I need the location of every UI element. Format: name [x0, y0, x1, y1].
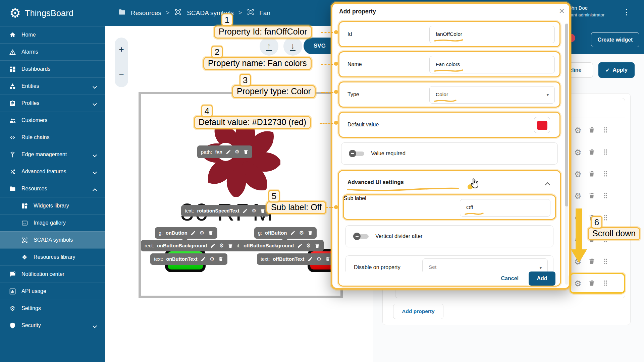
row-delete-trash-icon[interactable]: [588, 148, 595, 157]
dashboards-icon: [9, 65, 16, 73]
element-badge-off-button-group[interactable]: g:offButton ⚙: [254, 227, 317, 239]
annotation-connector-dot: [334, 90, 338, 94]
name-label: Name: [347, 61, 362, 67]
value-required-toggle[interactable]: [349, 149, 366, 158]
dialog-title: Add property: [339, 8, 376, 15]
rule-chains-icon: [9, 134, 16, 141]
sidebar-item-profiles[interactable]: Profiles: [0, 95, 105, 112]
row-drag-handle-icon[interactable]: [602, 126, 609, 135]
sidebar-item-alarms[interactable]: Alarms: [0, 43, 105, 60]
breadcrumb-resources[interactable]: Resources: [131, 9, 161, 17]
row-drag-handle-icon[interactable]: [602, 214, 609, 223]
row-settings-gear-icon[interactable]: ⚙: [574, 192, 582, 200]
sidebar: ⚙ ThingsBoard Home Alarms Dashboards Ent…: [0, 0, 105, 362]
delete-trash-icon[interactable]: [325, 256, 330, 262]
row-delete-trash-icon[interactable]: [588, 192, 595, 200]
sidebar-item-api-usage[interactable]: API usage: [0, 283, 105, 300]
delete-trash-icon[interactable]: [243, 149, 249, 155]
settings-gear-icon[interactable]: ⚙: [219, 243, 224, 249]
kebab-menu-icon[interactable]: ⋮: [623, 7, 631, 17]
row-delete-trash-icon[interactable]: [588, 126, 595, 135]
canvas-zoom-control[interactable]: + −: [115, 38, 128, 87]
settings-gear-icon[interactable]: ⚙: [251, 208, 257, 214]
edit-pencil-icon[interactable]: [201, 256, 206, 262]
row-drag-handle-icon[interactable]: [602, 192, 609, 200]
delete-trash-icon[interactable]: [307, 230, 313, 236]
settings-gear-icon[interactable]: ⚙: [316, 256, 322, 262]
add-button[interactable]: Add: [529, 272, 555, 286]
row-delete-trash-icon[interactable]: [588, 170, 595, 179]
row-settings-gear-icon[interactable]: ⚙: [574, 170, 582, 178]
row-drag-handle-icon[interactable]: [602, 170, 609, 179]
sidebar-item-home[interactable]: Home: [0, 26, 105, 43]
element-badge-rotation-speed-text[interactable]: text:rotationSpeedText ⚙: [181, 205, 269, 217]
row-settings-gear-icon[interactable]: ⚙: [574, 126, 582, 134]
delete-trash-icon[interactable]: [218, 256, 224, 262]
element-badge-on-button-group[interactable]: g:onButton ⚙: [155, 227, 217, 239]
element-badge-fan[interactable]: path:fan ⚙: [197, 145, 252, 158]
sidebar-item-resources-library[interactable]: ❖Resources library: [0, 248, 105, 265]
zoom-out-button[interactable]: −: [115, 70, 128, 80]
sidebar-item-resources[interactable]: Resources: [0, 180, 105, 197]
sidebar-item-security[interactable]: Security: [0, 317, 105, 334]
row-settings-gear-icon[interactable]: ⚙: [574, 148, 582, 157]
sidebar-item-edge-management[interactable]: Edge management: [0, 146, 105, 163]
sub-label-input[interactable]: Off: [460, 199, 550, 217]
edit-pencil-icon[interactable]: [225, 149, 231, 155]
edit-pencil-icon[interactable]: [297, 243, 303, 249]
scrollbar-thumb[interactable]: [565, 24, 568, 206]
element-badge-off-button-background[interactable]: rect:offButtonBackground ⚙: [227, 240, 324, 251]
dialog-scrollbar[interactable]: [565, 23, 568, 285]
delete-trash-icon[interactable]: [208, 230, 214, 236]
row-drag-handle-icon[interactable]: [602, 258, 609, 266]
edit-pencil-icon[interactable]: [290, 230, 296, 236]
sidebar-item-advanced-features[interactable]: Advanced features: [0, 163, 105, 180]
collapse-chevron-icon[interactable]: [545, 182, 550, 188]
sidebar-item-rule-chains[interactable]: Rule chains: [0, 129, 105, 146]
delete-trash-icon[interactable]: [314, 243, 320, 249]
apply-button[interactable]: ✓ Apply: [598, 62, 635, 78]
download-button[interactable]: ↓: [283, 37, 302, 56]
upload-button[interactable]: ↑: [260, 37, 278, 56]
select-arrow-icon: ▼: [546, 93, 550, 97]
vertical-divider-toggle[interactable]: [353, 232, 371, 240]
settings-gear-icon[interactable]: ⚙: [234, 149, 240, 155]
customers-icon: [9, 117, 16, 124]
sidebar-item-customers[interactable]: Customers: [0, 112, 105, 129]
delete-trash-icon[interactable]: [260, 208, 266, 214]
sidebar-item-image-gallery[interactable]: Image gallery: [0, 214, 105, 231]
name-input[interactable]: Fan colors: [429, 56, 555, 73]
edit-pencil-icon[interactable]: [191, 230, 196, 236]
zoom-in-button[interactable]: +: [115, 44, 128, 55]
id-input[interactable]: fanOffColor: [429, 26, 555, 43]
settings-gear-icon[interactable]: ⚙: [209, 256, 215, 262]
sidebar-item-entities[interactable]: Entities: [0, 77, 105, 95]
color-swatch-button[interactable]: [534, 117, 550, 133]
value-required-row: Value required: [341, 142, 558, 165]
type-select[interactable]: Color ▼: [429, 86, 555, 104]
close-icon[interactable]: ×: [559, 6, 565, 16]
sidebar-item-notification-center[interactable]: Notification center: [0, 265, 105, 283]
cancel-button[interactable]: Cancel: [501, 276, 519, 282]
add-property-button[interactable]: Add property: [393, 304, 443, 319]
type-field-row: Type Color ▼: [338, 81, 560, 108]
create-widget-button[interactable]: Create widget: [591, 32, 639, 47]
element-badge-on-button-text[interactable]: text:onButtonText ⚙: [150, 253, 227, 265]
sidebar-item-scada-symbols[interactable]: SCADA symbols: [0, 231, 105, 248]
sidebar-item-widgets-library[interactable]: Widgets library: [0, 197, 105, 214]
edit-pencil-icon[interactable]: [307, 256, 313, 262]
thingsboard-logo[interactable]: ⚙ ThingsBoard: [0, 0, 105, 26]
settings-gear-icon[interactable]: ⚙: [199, 230, 205, 236]
element-badge-off-button-text[interactable]: text:offButtonText ⚙: [257, 253, 334, 265]
sidebar-item-settings[interactable]: ⚙Settings: [0, 300, 105, 317]
row-drag-handle-icon[interactable]: [602, 148, 609, 157]
edit-pencil-icon[interactable]: [243, 208, 248, 214]
element-badge-on-button-background[interactable]: rect:onButtonBackground ⚙: [141, 240, 237, 251]
settings-gear-icon[interactable]: ⚙: [306, 243, 311, 249]
edge-management-icon: [9, 151, 16, 158]
delete-trash-icon[interactable]: [227, 243, 233, 249]
edit-pencil-icon[interactable]: [210, 243, 216, 249]
sidebar-item-dashboards[interactable]: Dashboards: [0, 60, 105, 77]
settings-gear-icon[interactable]: ⚙: [299, 230, 304, 236]
row-delete-trash-icon[interactable]: [588, 258, 595, 266]
